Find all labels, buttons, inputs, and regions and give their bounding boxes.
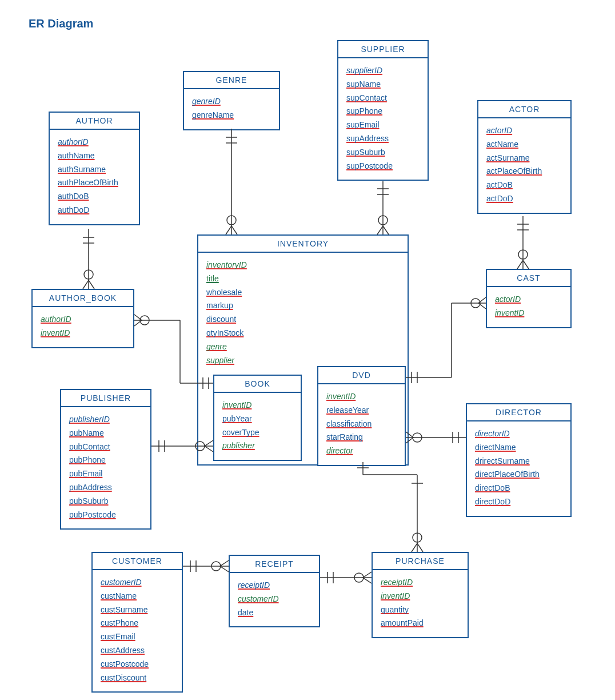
attr: inventoryID [206, 258, 400, 272]
svg-point-35 [413, 433, 422, 442]
attr: genreName [192, 109, 271, 122]
entity-publisher-header: PUBLISHER [61, 390, 150, 407]
entity-receipt: RECEIPT receiptID customerID date [229, 555, 320, 627]
entity-supplier-header: SUPPLIER [338, 41, 428, 58]
svg-point-49 [354, 573, 364, 582]
attr: actorID [486, 124, 562, 138]
attr: receiptID [381, 576, 460, 590]
attr: receiptID [238, 579, 311, 592]
attr: authSurname [58, 163, 131, 177]
svg-point-15 [518, 250, 528, 259]
svg-point-45 [211, 562, 221, 571]
entity-author-book-header: AUTHOR_BOOK [33, 290, 133, 307]
page-title: ER Diagram [29, 17, 93, 30]
attr: pubContact [69, 440, 142, 454]
attr: supName [346, 78, 420, 92]
attr: pubSuburb [69, 495, 142, 508]
attr: directDoD [475, 495, 562, 509]
attr: inventID [381, 590, 460, 603]
attr: customerID [101, 576, 174, 590]
attr: publisher [222, 439, 293, 453]
attr: title [206, 272, 400, 286]
attr: supSuburb [346, 146, 420, 160]
entity-book: BOOK inventID pubYear coverType publishe… [213, 375, 302, 461]
entity-actor-header: ACTOR [478, 101, 570, 118]
entity-purchase-header: PURCHASE [373, 553, 468, 570]
attr: wholesale [206, 286, 400, 300]
attr: supEmail [346, 118, 420, 132]
attr: supAddress [346, 132, 420, 146]
attr: actDoB [486, 178, 562, 192]
svg-point-7 [227, 216, 236, 225]
attr: directorID [475, 427, 562, 441]
entity-publisher: PUBLISHER publisherID pubName pubContact… [60, 389, 151, 530]
attr: date [238, 606, 311, 620]
attr: inventID [495, 307, 562, 320]
entity-supplier: SUPPLIER supplierID supName supContact s… [337, 40, 429, 181]
attr: authDoB [58, 190, 131, 204]
attr: qtyInStock [206, 327, 400, 340]
attr: supPhone [346, 105, 420, 118]
attr: custAddress [101, 644, 174, 658]
attr: discount [206, 313, 400, 327]
attr: custEmail [101, 630, 174, 644]
svg-point-25 [140, 316, 149, 325]
attr: quantity [381, 603, 460, 617]
attr: pubYear [222, 412, 293, 426]
entity-inventory-header: INVENTORY [198, 236, 408, 253]
attr: actSurname [486, 152, 562, 165]
attr: customerID [238, 592, 311, 606]
entity-director: DIRECTOR directorID directName drirectSu… [466, 403, 572, 517]
entity-author-header: AUTHOR [50, 113, 139, 130]
attr: authDoD [58, 204, 131, 217]
attr: pubPostcode [69, 508, 142, 522]
attr: directDoB [475, 482, 562, 495]
attr: authorID [58, 136, 131, 149]
attr: classification [326, 417, 397, 431]
attr: supPostcode [346, 160, 420, 173]
attr: supContact [346, 92, 420, 105]
entity-book-header: BOOK [214, 376, 301, 393]
attr: releaseYear [326, 404, 397, 417]
entity-receipt-header: RECEIPT [230, 556, 319, 573]
entity-customer: CUSTOMER customerID custName custSurname… [91, 552, 183, 693]
entity-genre: GENRE genreID genreName [183, 71, 280, 130]
attr: custDiscount [101, 671, 174, 685]
svg-point-11 [378, 216, 388, 225]
entity-actor: ACTOR actorID actName actSurname actPlac… [477, 100, 572, 214]
attr: inventID [41, 327, 125, 340]
attr: authPlaceOfBirth [58, 176, 131, 190]
attr: actName [486, 138, 562, 152]
attr: actDoD [486, 192, 562, 206]
entity-customer-header: CUSTOMER [93, 553, 182, 570]
attr: authName [58, 149, 131, 163]
entity-author: AUTHOR authorID authName authSurname aut… [49, 112, 140, 225]
attr: custPhone [101, 617, 174, 630]
attr: pubAddress [69, 481, 142, 495]
attr: pubName [69, 427, 142, 440]
svg-point-19 [471, 299, 480, 308]
attr: directPlaceOfBirth [475, 468, 562, 482]
svg-point-41 [413, 533, 422, 542]
entity-author-book: AUTHOR_BOOK authorID inventID [31, 289, 134, 348]
entity-cast: CAST actorID inventID [486, 269, 572, 328]
svg-point-3 [84, 270, 93, 279]
entity-cast-header: CAST [487, 270, 570, 287]
attr: inventID [222, 399, 293, 412]
attr: custName [101, 590, 174, 603]
attr: pubEmail [69, 467, 142, 481]
attr: custSurname [101, 603, 174, 617]
attr: drirectSurname [475, 455, 562, 468]
attr: authorID [41, 313, 125, 327]
attr: custPostcode [101, 658, 174, 671]
attr: starRating [326, 431, 397, 444]
entity-director-header: DIRECTOR [467, 404, 570, 421]
attr: markup [206, 299, 400, 313]
attr: directName [475, 441, 562, 455]
attr: actPlaceOfBirth [486, 165, 562, 178]
entity-dvd: DVD inventID releaseYear classification … [317, 366, 406, 466]
entity-dvd-header: DVD [318, 367, 405, 384]
entity-genre-header: GENRE [184, 72, 279, 89]
attr: actorID [495, 293, 562, 307]
attr: supplier [206, 354, 400, 368]
